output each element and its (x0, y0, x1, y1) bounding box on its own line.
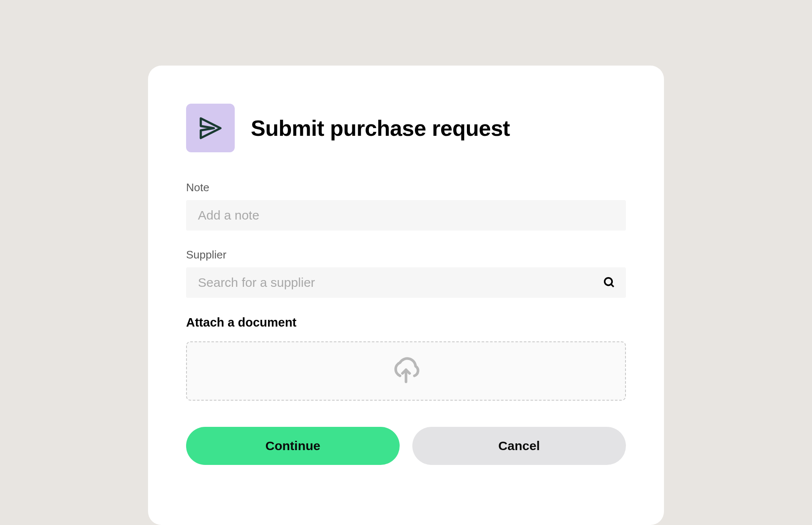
note-label: Note (186, 181, 626, 194)
svg-point-0 (605, 278, 612, 286)
supplier-search-input[interactable] (186, 267, 626, 298)
button-row: Continue Cancel (186, 427, 626, 465)
upload-dropzone[interactable] (186, 341, 626, 401)
svg-line-1 (611, 284, 614, 287)
cancel-button[interactable]: Cancel (412, 427, 626, 465)
modal-header: Submit purchase request (186, 104, 626, 152)
search-icon[interactable] (603, 276, 616, 289)
supplier-search-wrapper (186, 267, 626, 298)
purchase-request-modal: Submit purchase request Note Supplier At… (148, 66, 664, 525)
supplier-label: Supplier (186, 248, 626, 261)
attach-title: Attach a document (186, 316, 626, 330)
send-icon-box (186, 104, 235, 152)
send-icon (198, 115, 224, 141)
cloud-upload-icon (392, 357, 420, 385)
modal-title: Submit purchase request (251, 115, 510, 141)
attach-section: Attach a document (186, 316, 626, 401)
continue-button[interactable]: Continue (186, 427, 400, 465)
supplier-field-group: Supplier (186, 248, 626, 298)
note-input[interactable] (186, 200, 626, 231)
note-field-group: Note (186, 181, 626, 231)
